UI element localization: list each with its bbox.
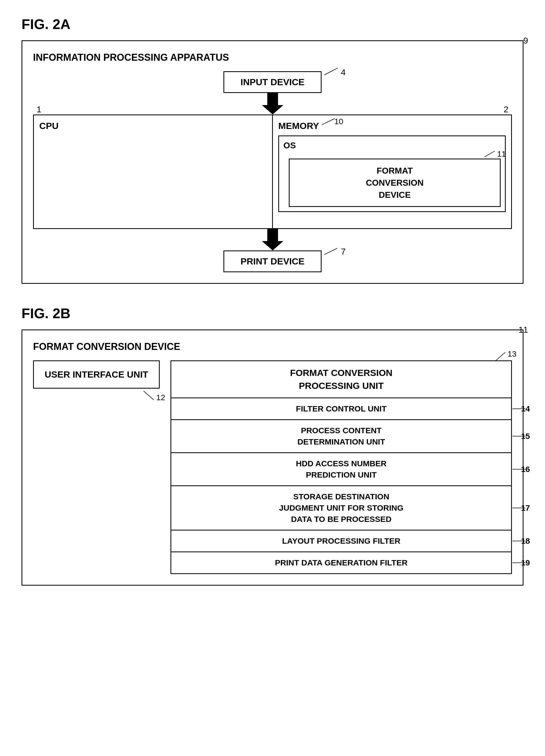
os-label: OS xyxy=(284,141,501,151)
ref14-line xyxy=(512,406,527,411)
memory-ref: 2 xyxy=(504,105,508,114)
fig2b: FIG. 2B 11 FORMAT CONVERSION DEVICE USER… xyxy=(21,305,524,586)
fig2b-outer-ref: 11 xyxy=(518,325,528,335)
ref19-line xyxy=(512,560,527,565)
ref17-line xyxy=(512,505,527,511)
ref12-line xyxy=(143,390,157,400)
svg-line-3 xyxy=(485,151,495,157)
format-processing-unit-label: FORMAT CONVERSIONPROCESSING UNIT xyxy=(290,368,393,391)
hdd-access-prediction-unit-label: HDD ACCESS NUMBERPREDICTION UNIT xyxy=(296,459,387,479)
ref15-line xyxy=(512,433,527,439)
process-content-determination-unit-label: PROCESS CONTENTDETERMINATION UNIT xyxy=(298,426,385,446)
svg-line-7 xyxy=(495,352,505,361)
format-processing-section: 13 FORMAT CONVERSIONPROCESSING UNIT FILT… xyxy=(170,360,512,574)
apparatus-ref: 9 xyxy=(523,36,528,46)
print-device-label: PRINT DEVICE xyxy=(240,256,305,266)
format-processing-ref: 13 xyxy=(508,349,517,359)
print-data-generation-filter-box: PRINT DATA GENERATION FILTER 19 xyxy=(171,552,511,573)
cpu-section: CPU xyxy=(34,115,273,228)
svg-marker-4 xyxy=(262,229,284,250)
input-device-label: INPUT DEVICE xyxy=(240,77,305,87)
ref18-line xyxy=(512,538,527,544)
svg-line-0 xyxy=(324,68,338,75)
hdd-access-prediction-unit-box: HDD ACCESS NUMBERPREDICTION UNIT 16 xyxy=(171,453,511,486)
svg-line-6 xyxy=(143,391,154,400)
input-device-wrapper: INPUT DEVICE 4 xyxy=(33,71,512,93)
ref13-line xyxy=(495,351,508,362)
svg-line-5 xyxy=(324,248,337,255)
arrow-input-to-cpu xyxy=(262,93,284,114)
format-conversion-device-outer: 11 FORMAT CONVERSION DEVICE USER INTERFA… xyxy=(21,329,524,586)
print-device-ref: 7 xyxy=(341,247,346,257)
ref16-line xyxy=(512,467,527,472)
ui-unit-label: USER INTERFACE UNIT xyxy=(45,369,148,379)
ref7-line xyxy=(324,248,341,255)
format-conversion-device-label: FORMATCONVERSIONDEVICE xyxy=(366,166,424,200)
ref4-line xyxy=(324,67,341,76)
memory-section: MEMORY 10 OS FORMATCONVERSIONDEVICE xyxy=(273,115,511,228)
input-device-box: INPUT DEVICE xyxy=(223,71,321,93)
storage-destination-unit-box: STORAGE DESTINATIONJUDGMENT UNIT FOR STO… xyxy=(171,486,511,531)
svg-line-2 xyxy=(322,119,335,125)
fcd-label: FORMAT CONVERSION DEVICE xyxy=(33,341,512,352)
layout-processing-filter-box: LAYOUT PROCESSING FILTER 18 xyxy=(171,531,511,552)
ref11-line xyxy=(485,151,498,157)
fig2b-label: FIG. 2B xyxy=(21,305,524,321)
print-data-generation-filter-label: PRINT DATA GENERATION FILTER xyxy=(275,558,408,567)
print-device-wrapper: PRINT DEVICE 7 xyxy=(33,250,512,272)
os-box: OS FORMATCONVERSIONDEVICE 11 xyxy=(278,135,506,212)
fig2a: FIG. 2A 9 INFORMATION PROCESSING APPARAT… xyxy=(21,16,524,284)
arrow-cpu-to-print xyxy=(262,229,284,250)
storage-destination-unit-label: STORAGE DESTINATIONJUDGMENT UNIT FOR STO… xyxy=(279,492,404,524)
cpu-ref: 1 xyxy=(37,105,41,114)
ui-unit-ref: 12 xyxy=(156,393,165,402)
layout-processing-filter-label: LAYOUT PROCESSING FILTER xyxy=(282,536,400,545)
filter-control-unit-label: FILTER CONTROL UNIT xyxy=(296,404,387,413)
memory-label: MEMORY xyxy=(278,121,319,131)
format-conversion-device-box: FORMATCONVERSIONDEVICE xyxy=(289,159,501,207)
fig2a-label: FIG. 2A xyxy=(21,16,524,32)
ui-unit-box: USER INTERFACE UNIT xyxy=(33,360,160,389)
process-content-determination-unit-box: PROCESS CONTENTDETERMINATION UNIT 15 xyxy=(171,420,511,453)
format-processing-unit-header: FORMAT CONVERSIONPROCESSING UNIT xyxy=(171,361,511,398)
filter-control-unit-box: FILTER CONTROL UNIT 14 xyxy=(171,398,511,420)
print-device-box: PRINT DEVICE xyxy=(223,250,321,272)
fcd-inner-row: USER INTERFACE UNIT 12 13 FORMAT CONVERS… xyxy=(33,360,512,574)
apparatus-box: 9 INFORMATION PROCESSING APPARATUS INPUT… xyxy=(21,40,524,284)
format-conversion-device-ref: 11 xyxy=(497,149,506,159)
cpu-label: CPU xyxy=(39,121,267,131)
ref10-line xyxy=(322,118,338,126)
apparatus-label: INFORMATION PROCESSING APPARATUS xyxy=(33,52,512,63)
svg-marker-1 xyxy=(262,93,284,114)
input-device-ref: 4 xyxy=(341,67,346,77)
cpu-memory-row: 1 2 CPU MEMORY 10 OS xyxy=(33,114,512,229)
